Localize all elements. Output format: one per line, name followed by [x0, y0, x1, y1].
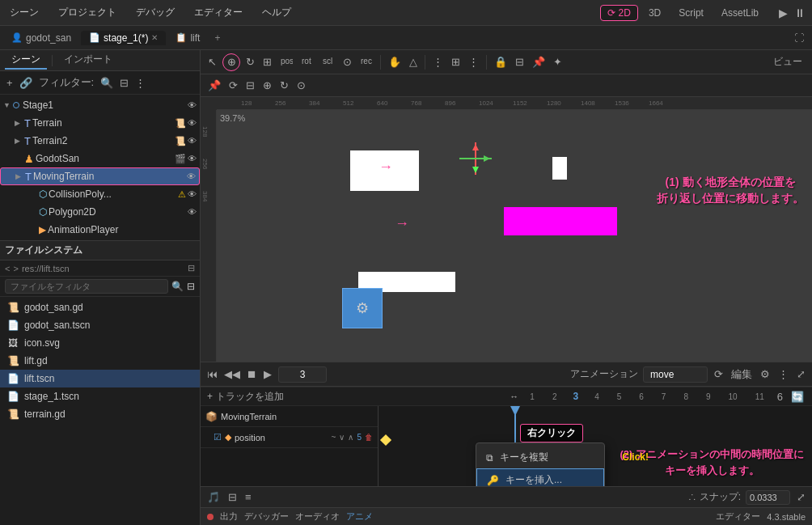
panel-tab-import[interactable]: インポート [57, 51, 119, 70]
anim-prev-btn[interactable]: ⏮ [205, 366, 219, 382]
anim-back-btn[interactable]: ◀◀ [222, 366, 242, 382]
scene-search-icon[interactable]: 🔍 [99, 75, 115, 91]
tree-item-stage1[interactable]: ▼ Stage1 👁 [0, 96, 200, 114]
sec-dot-btn[interactable]: ⊙ [294, 77, 308, 94]
menu-project[interactable]: プロジェクト [55, 4, 120, 21]
tree-item-terrain2[interactable]: ▶ T Terrain2 📜 👁 [0, 132, 200, 150]
view-script-button[interactable]: Script [671, 5, 711, 21]
vp-ruler-btn[interactable]: △ [407, 53, 420, 70]
tree-eye-godotsan[interactable]: 👁 [188, 154, 197, 163]
sec-refresh-btn[interactable]: ⟳ [226, 77, 240, 94]
menu-help[interactable]: ヘルプ [259, 4, 294, 21]
play-button[interactable]: ▶ [779, 6, 788, 19]
ctx-item-insert[interactable]: 🔑 キーを挿入... [476, 468, 604, 486]
vp-particle-btn[interactable]: ✦ [551, 53, 565, 70]
sec-rot2-btn[interactable]: ↻ [277, 77, 291, 94]
anim-more-btn[interactable]: ⋮ [776, 366, 790, 382]
anim-name-input[interactable] [643, 366, 708, 383]
file-item-godotsan-tscn[interactable]: 📄 godot_san.tscn [0, 316, 200, 334]
path-fwd-btn[interactable]: > [13, 264, 18, 273]
vp-move-btn-circle[interactable]: ⊕ [222, 53, 240, 71]
tree-item-godotsan[interactable]: ♟ GodotSan 🎬 👁 [0, 150, 200, 167]
status-output[interactable]: 出力 [220, 510, 238, 523]
filesystem-layout-btn[interactable]: ⊟ [188, 263, 195, 273]
tree-item-terrain[interactable]: ▶ T Terrain 📜 👁 [0, 114, 200, 132]
file-item-godotsan-gd[interactable]: 📜 godot_san.gd [0, 298, 200, 316]
anim-time-input[interactable] [278, 366, 327, 383]
pause-button[interactable]: ⏸ [794, 6, 806, 19]
tab-lift[interactable]: 📋 lift [167, 31, 208, 45]
status-debugger[interactable]: デバッガー [244, 510, 289, 523]
scene-link-btn[interactable]: 🔗 [18, 75, 34, 91]
anim-list-btn[interactable]: ≡ [243, 489, 253, 505]
scene-filter-btn[interactable]: ⊟ [118, 75, 130, 91]
vp-key-btn[interactable]: ⊙ [340, 53, 354, 70]
menu-scene[interactable]: シーン [6, 4, 42, 21]
track-wrap-btn[interactable]: ∧ [348, 433, 353, 442]
file-item-icon-svg[interactable]: 🖼 icon.svg [0, 334, 200, 352]
scene-settings-btn[interactable]: ⋮ [133, 75, 147, 91]
viewport-area[interactable]: 128 256 384 512 640 768 896 1024 1152 12… [201, 97, 812, 362]
panel-tab-scene[interactable]: シーン [5, 51, 47, 70]
anim-key-btn2[interactable]: 🎵 [205, 489, 222, 505]
anim-settings-btn[interactable]: ⚙ [759, 366, 772, 382]
vp-grid-btn[interactable]: ⋮ [430, 53, 446, 70]
snap-input[interactable] [746, 490, 790, 505]
sec-minus-btn[interactable]: ⊟ [243, 77, 257, 94]
tab-add-button[interactable]: + [209, 31, 225, 45]
tree-item-movingterrain[interactable]: ▶ T MovingTerrain 👁 [0, 167, 200, 185]
tree-eye-polygon2d[interactable]: 👁 [188, 207, 197, 217]
tree-item-animplayer[interactable]: ▶ AnimationPlayer [0, 221, 200, 239]
tree-item-polygon2d[interactable]: ⬡ Polygon2D 👁 [0, 203, 200, 221]
scene-add-btn[interactable]: + [5, 75, 15, 91]
menu-debug[interactable]: デバッグ [133, 4, 178, 21]
anim-expand-btn[interactable]: ⤢ [795, 366, 807, 382]
vp-snap2-btn[interactable]: ⋮ [466, 53, 481, 70]
tab-godot-san[interactable]: 👤 godot_san [3, 31, 79, 45]
view-3d-button[interactable]: 3D [641, 5, 668, 21]
tree-eye-collisionpoly[interactable]: 👁 [188, 189, 197, 199]
file-item-lift-gd[interactable]: 📜 lift.gd [0, 352, 200, 370]
anim-loop-btn[interactable]: ⟳ [713, 366, 725, 382]
anim-filter-btn[interactable]: ⊟ [226, 489, 239, 505]
ctx-item-duplicate[interactable]: ⧉ キーを複製 [476, 447, 604, 468]
filesystem-filter-input[interactable] [5, 279, 168, 294]
vp-pan-btn[interactable]: ✋ [386, 53, 404, 70]
vp-lock-btn[interactable]: 🔒 [492, 53, 510, 70]
track-check-icon[interactable]: ☑ [214, 432, 222, 442]
vp-scl-btn[interactable]: scl [319, 52, 337, 72]
vp-scale-btn[interactable]: ⊞ [260, 53, 274, 70]
tree-eye-terrain2[interactable]: 👁 [188, 136, 197, 146]
track-curve-btn[interactable]: ~ [332, 433, 336, 442]
view-asset-button[interactable]: AssetLib [714, 5, 766, 21]
tab-expand-button[interactable]: ⛶ [789, 31, 809, 45]
tab-stage1-close[interactable]: ✕ [151, 33, 158, 42]
view-2d-button[interactable]: ⟳ 2D [600, 5, 638, 21]
sec-pin-btn[interactable]: 📌 [205, 77, 223, 94]
status-anim[interactable]: アニメ [346, 510, 373, 523]
vp-rec-btn[interactable]: rec [357, 52, 375, 72]
anim-refresh-btn2[interactable]: 🔄 [789, 389, 806, 404]
file-item-stage1-tscn[interactable]: 📄 stage_1.tscn [0, 387, 200, 405]
track-interp-btn[interactable]: ∨ [339, 433, 345, 442]
tree-eye-movingterrain[interactable]: 👁 [187, 171, 196, 181]
anim-play-btn[interactable]: ▶ [262, 366, 273, 382]
vp-pos-btn[interactable]: pos [277, 52, 295, 72]
vp-rotate-btn[interactable]: ↻ [243, 53, 257, 70]
add-track-btn[interactable]: + トラックを追加 [207, 390, 284, 404]
vp-rot-btn[interactable]: rot [298, 52, 316, 72]
menu-editor[interactable]: エディター [191, 4, 246, 21]
tab-stage1[interactable]: 📄 stage_1(*) ✕ [81, 31, 166, 45]
file-item-terrain-gd[interactable]: 📜 terrain.gd [0, 405, 200, 423]
vp-pin-btn[interactable]: 📌 [530, 53, 548, 70]
track-delete-btn[interactable]: 🗑 [365, 433, 373, 442]
snap-expand-btn[interactable]: ⤢ [795, 489, 807, 505]
vp-group-btn[interactable]: ⊟ [513, 53, 527, 70]
tree-eye-stage1[interactable]: 👁 [188, 100, 197, 110]
keyframe-0[interactable] [380, 434, 391, 446]
anim-stop-btn[interactable]: ⏹ [245, 366, 259, 382]
status-audio[interactable]: オーディオ [295, 510, 340, 523]
vp-snap-btn[interactable]: ⊞ [449, 53, 463, 70]
file-item-lift-tscn[interactable]: 📄 lift.tscn [0, 370, 200, 387]
path-back-btn[interactable]: < [5, 264, 10, 273]
